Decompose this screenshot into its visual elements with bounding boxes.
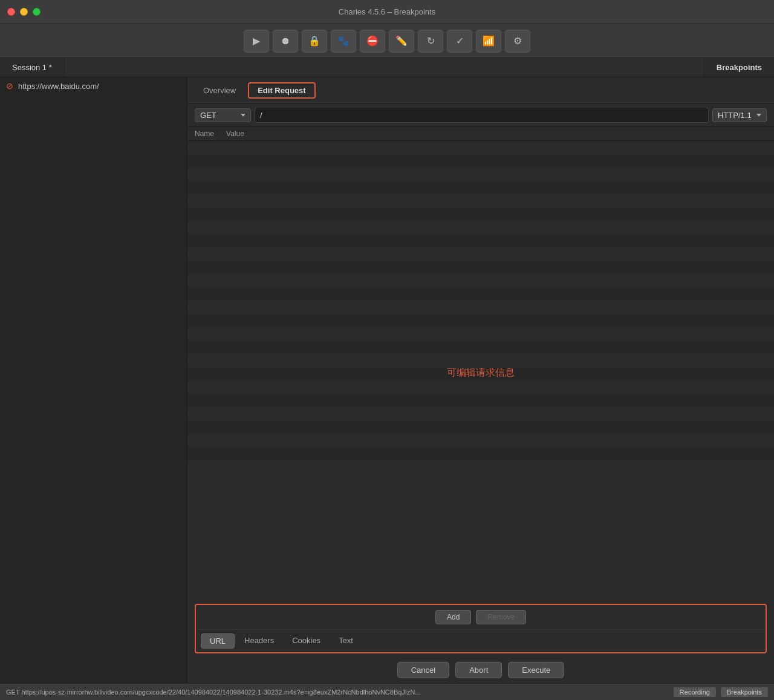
sidebar-url: https://www.baidu.com/ [18,82,99,91]
stripe-15 [187,327,774,341]
stripe-2 [187,154,774,168]
tab-edit-request[interactable]: Edit Request [248,82,315,99]
stripe-19 [187,381,774,394]
method-dropdown[interactable]: GET POST PUT DELETE PATCH HEAD OPTIONS [200,111,236,120]
add-button[interactable]: Add [435,610,471,624]
breakpoint-icon: ⊘ [6,81,13,91]
method-select[interactable]: GET POST PUT DELETE PATCH HEAD OPTIONS [195,108,251,122]
stripe-24 [187,447,774,460]
stripe-21 [187,407,774,420]
abort-button[interactable]: Abort [455,662,502,678]
stripe-14 [187,314,774,327]
window-title: Charles 4.5.6 – Breakpoints [339,7,435,16]
stripe-22 [187,420,774,434]
status-bar: GET https://upos-sz-mirrorhw.bilivideo.c… [0,683,774,700]
version-select[interactable]: HTTP/1.1 HTTP/2.0 HTTP/1.0 [712,108,767,122]
right-panel: Overview Edit Request GET POST PUT DELET… [187,77,774,683]
stripe-17 [187,354,774,367]
toolbar: ▶ ⏺ 🔒 🐾 ⛔ ✏️ ↻ ✓ 📶 ⚙ [0,24,774,58]
close-button[interactable] [7,8,15,16]
version-dropdown[interactable]: HTTP/1.1 HTTP/2.0 HTTP/1.0 [718,111,752,120]
execute-button[interactable]: Execute [508,662,564,678]
action-buttons: Cancel Abort Execute [187,657,774,683]
stripe-10 [187,261,774,274]
arrow-btn[interactable]: ▶ [244,30,269,53]
stripe-3 [187,168,774,181]
session-tab[interactable]: Session 1 * [0,58,65,77]
cancel-button[interactable]: Cancel [397,662,449,678]
sidebar: ⊘ https://www.baidu.com/ [0,77,187,683]
sidebar-item[interactable]: ⊘ https://www.baidu.com/ [0,77,187,94]
stripe-4 [187,181,774,194]
add-remove-row: Add Remove [196,605,766,630]
panel-tabs: Overview Edit Request [187,77,774,104]
main-content: ⊘ https://www.baidu.com/ Overview Edit R… [0,77,774,683]
remove-button[interactable]: Remove [476,610,526,624]
rows-area[interactable]: 可编辑请求信息 [187,141,774,604]
stripe-25 [187,460,774,474]
tab-url[interactable]: URL [201,633,235,649]
col-name: Name [195,129,214,138]
tab-bar: Session 1 * Breakpoints [0,58,774,77]
stripe-7 [187,221,774,234]
version-dropdown-arrow [756,114,761,117]
stripe-5 [187,194,774,208]
refresh-btn[interactable]: ↻ [418,30,443,53]
minimize-button[interactable] [20,8,28,16]
stripe-1 [187,141,774,154]
tab-text[interactable]: Text [330,633,362,649]
stop-btn[interactable]: ⛔ [360,30,385,53]
headers-table-header: Name Value [187,127,774,141]
edit-btn[interactable]: ✏️ [389,30,414,53]
breakpoints-badge[interactable]: Breakpoints [721,687,768,697]
stripe-11 [187,274,774,287]
settings-btn[interactable]: ⚙ [505,30,530,53]
stripe-8 [187,234,774,247]
stripe-6 [187,208,774,221]
lock-btn[interactable]: 🔒 [302,30,327,53]
check-btn[interactable]: ✓ [447,30,472,53]
status-url: GET https://upos-sz-mirrorhw.bilivideo.c… [6,689,669,696]
stripe-9 [187,247,774,261]
record-btn[interactable]: ⏺ [273,30,298,53]
wifi-btn[interactable]: 📶 [476,30,501,53]
url-input[interactable] [255,108,709,123]
traffic-lights [7,8,41,16]
paw-btn[interactable]: 🐾 [331,30,356,53]
tab-headers[interactable]: Headers [236,633,282,649]
tab-cookies[interactable]: Cookies [284,633,329,649]
stripe-12 [187,287,774,301]
request-line: GET POST PUT DELETE PATCH HEAD OPTIONS H… [187,104,774,127]
bottom-section: Add Remove URL Headers Cookies Text [195,604,767,653]
title-bar: Charles 4.5.6 – Breakpoints [0,0,774,24]
col-value: Value [226,129,244,138]
tab-overview[interactable]: Overview [195,83,244,97]
method-dropdown-arrow [241,114,246,117]
maximize-button[interactable] [33,8,41,16]
stripe-18 [187,367,774,381]
stripe-23 [187,434,774,447]
stripe-13 [187,301,774,314]
recording-badge[interactable]: Recording [674,687,716,697]
breakpoints-tab[interactable]: Breakpoints [704,58,774,77]
stripe-20 [187,394,774,407]
bottom-tabs: URL Headers Cookies Text [196,630,766,652]
stripe-16 [187,341,774,354]
